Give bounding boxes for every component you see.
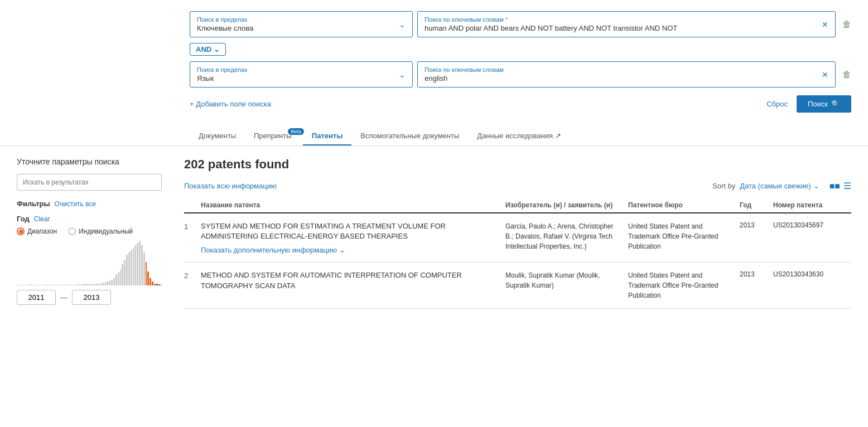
keyword-label-1: Поиск по ключевым словам * — [425, 16, 817, 23]
chevron-down-icon-sort: ⌄ — [813, 182, 819, 190]
search-area: Поиск в пределах Ключевые слова ⌄ Поиск … — [0, 0, 868, 118]
histogram-bar — [25, 285, 27, 285]
histogram-bar — [94, 284, 95, 285]
histogram-bar — [53, 285, 55, 285]
histogram-bar — [107, 282, 108, 285]
clear-keyword-icon-1[interactable]: ✕ — [822, 20, 828, 29]
histogram-bar — [19, 285, 21, 285]
grid-view-button[interactable]: ■■ — [830, 181, 840, 191]
search-within-select-1[interactable]: Поиск в пределах Ключевые слова ⌄ — [190, 11, 413, 37]
histogram-bar — [113, 278, 115, 285]
search-icon: 🔍 — [831, 100, 840, 108]
col-inventor: Изобретатель (и) / заявитель (и) — [505, 201, 628, 209]
bureau-cell: United States Patent and Trademark Offic… — [628, 221, 740, 251]
col-bureau: Патентное бюро — [628, 201, 740, 209]
search-within-value-2: Язык — [197, 74, 214, 83]
clear-keyword-icon-2[interactable]: ✕ — [822, 70, 828, 79]
histogram-bar — [152, 282, 153, 285]
row-number: 2 — [184, 270, 201, 280]
year-range-inputs: — — [17, 290, 162, 305]
histogram-bar — [143, 253, 145, 285]
search-button[interactable]: Поиск 🔍 — [797, 95, 851, 113]
histogram-bar — [154, 284, 156, 285]
sidebar-search-input[interactable] — [17, 174, 162, 191]
search-within-value-1: Ключевые слова — [197, 24, 253, 32]
histogram-bar — [60, 285, 61, 285]
histogram-bar — [30, 284, 31, 285]
year-to-input[interactable] — [72, 290, 111, 305]
histogram-bar — [32, 285, 33, 285]
keyword-label-2: Поиск по ключевым словам — [425, 66, 817, 73]
histogram-bar — [23, 285, 25, 285]
histogram-bar — [100, 283, 102, 285]
table-header: Название патента Изобретатель (и) / заяв… — [184, 198, 851, 213]
histogram-bar — [90, 284, 91, 285]
tabs-bar: Документы Препринты Beta Патенты Вспомог… — [0, 127, 868, 146]
histogram-bar — [115, 275, 117, 285]
patent-number: US20130343630 — [773, 270, 851, 278]
bureau-cell: United States Patent and Trademark Offic… — [628, 270, 740, 300]
and-operator-button[interactable]: AND ⌄ — [190, 43, 226, 56]
add-field-button[interactable]: + Добавить поле поиска — [190, 100, 271, 108]
filters-header: Фильтры Очистить все — [17, 200, 162, 208]
col-patent-name: Название патента — [201, 201, 505, 209]
histogram-bar — [68, 284, 70, 285]
histogram-bar — [77, 284, 79, 285]
year-clear-button[interactable]: Clear — [34, 215, 50, 223]
show-more-button[interactable]: Показать дополнительную информацию ⌄ — [201, 246, 345, 254]
histogram-bar — [103, 283, 104, 285]
search-keyword-input-2[interactable]: Поиск по ключевым словам english ✕ — [417, 61, 836, 88]
histogram-bar — [109, 281, 110, 285]
tab-preprints[interactable]: Препринты Beta — [245, 127, 303, 145]
sidebar: Уточните параметры поиска Фильтры Очисти… — [0, 146, 173, 320]
year-filter-title: Год Clear — [17, 215, 162, 223]
histogram-bar — [131, 250, 132, 285]
histogram-bar — [128, 253, 130, 285]
individual-radio-circle — [68, 227, 76, 235]
histogram-bar — [57, 285, 59, 285]
histogram-bar — [122, 264, 123, 285]
histogram-bar — [49, 285, 51, 285]
histogram-bar — [34, 285, 36, 285]
sort-value-dropdown[interactable]: Дата (самые свежие) ⌄ — [740, 182, 819, 190]
histogram-bar — [40, 285, 42, 285]
search-within-label-2: Поиск в пределах — [197, 66, 248, 73]
histogram-bar — [88, 284, 89, 285]
search-within-label-1: Поиск в пределах — [197, 16, 253, 23]
histogram-bar — [45, 285, 46, 285]
year-from-input[interactable] — [17, 290, 56, 305]
table-row: 1 SYSTEM AND METHOD FOR ESTIMATING A TRE… — [184, 213, 851, 263]
filters-label: Фильтры — [17, 200, 50, 208]
individual-radio[interactable]: Индивидуальный — [68, 227, 133, 235]
histogram-bar — [111, 280, 113, 285]
histogram-bar — [83, 284, 85, 285]
tab-research-data[interactable]: Данные исследования ↗ — [468, 127, 570, 145]
reset-button[interactable]: Сброс — [766, 100, 788, 108]
histogram-bar — [62, 285, 64, 285]
range-radio[interactable]: Диапазон — [17, 227, 57, 235]
histogram — [17, 241, 162, 285]
histogram-bar — [66, 285, 67, 285]
histogram-bar — [42, 285, 44, 285]
search-row-2: Поиск в пределах Язык ⌄ Поиск по ключевы… — [190, 61, 851, 88]
chevron-down-icon-1: ⌄ — [399, 20, 406, 29]
list-view-button[interactable]: ☰ — [843, 181, 851, 191]
result-rows: 1 SYSTEM AND METHOD FOR ESTIMATING A TRE… — [184, 213, 851, 309]
tab-support-docs[interactable]: Вспомогательные документы — [351, 127, 468, 145]
range-radio-circle — [17, 227, 25, 235]
tab-documents[interactable]: Документы — [190, 127, 245, 145]
tab-patents[interactable]: Патенты — [303, 127, 352, 145]
delete-row-icon-1[interactable]: 🗑 — [842, 20, 851, 30]
histogram-bar — [36, 285, 38, 285]
delete-row-icon-2[interactable]: 🗑 — [842, 70, 851, 80]
results-panel: 202 patents found Показать всю информаци… — [173, 146, 868, 320]
histogram-bar — [156, 284, 158, 285]
histogram-bar — [70, 285, 72, 285]
search-keyword-input-1[interactable]: Поиск по ключевым словам * human AND pol… — [417, 11, 836, 37]
search-within-select-2[interactable]: Поиск в пределах Язык ⌄ — [190, 61, 413, 88]
show-all-info-button[interactable]: Показать всю информацию — [184, 182, 277, 190]
histogram-bar — [124, 260, 126, 285]
histogram-bar — [150, 278, 151, 285]
sort-area: Sort by Дата (самые свежие) ⌄ ■■ ☰ — [712, 181, 851, 191]
clear-all-button[interactable]: Очистить все — [55, 200, 96, 208]
